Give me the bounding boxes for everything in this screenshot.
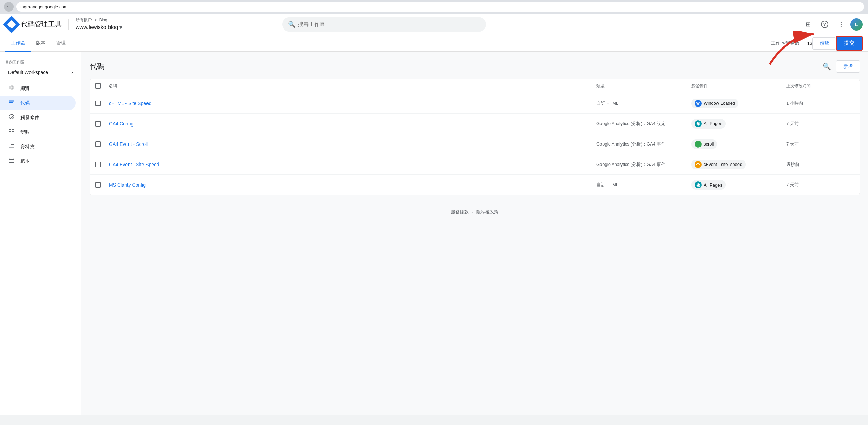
- header-name[interactable]: 名稱 ↑: [109, 83, 596, 89]
- sidebar-workspace-label: 目前工作區: [0, 57, 81, 66]
- row-checkbox[interactable]: [95, 121, 101, 127]
- page-footer: 服務條款 · 隱私權政策: [90, 195, 860, 220]
- sidebar-item-triggers[interactable]: 觸發條件: [0, 110, 76, 125]
- svg-rect-1: [9, 85, 11, 87]
- help-icon: ?: [821, 21, 828, 28]
- help-button[interactable]: ?: [818, 18, 831, 31]
- user-avatar[interactable]: L: [850, 18, 863, 31]
- browser-back-button[interactable]: ←: [4, 2, 14, 12]
- row-checkbox-cell: [95, 101, 109, 106]
- tag-name-link[interactable]: GA4 Event - Scroll: [109, 141, 596, 147]
- svg-rect-10: [12, 129, 14, 130]
- header-search-bar[interactable]: 🔍: [282, 17, 486, 32]
- trigger-badge[interactable]: ◉ All Pages: [691, 180, 726, 190]
- app-logo: 代碼管理工具: [5, 18, 62, 31]
- tag-type: 自訂 HTML: [596, 100, 691, 107]
- trigger-name: All Pages: [704, 182, 722, 188]
- triggers-icon: [8, 114, 15, 121]
- more-icon: ⋮: [837, 20, 844, 28]
- submit-button[interactable]: 提交: [836, 36, 863, 51]
- header-type: 類型: [596, 83, 691, 89]
- tag-time: 7 天前: [786, 182, 854, 188]
- select-all-checkbox[interactable]: [95, 83, 101, 89]
- workspace-selector[interactable]: www.lewisko.blog ▾: [76, 24, 122, 31]
- content-search-button[interactable]: 🔍: [820, 60, 833, 73]
- row-checkbox[interactable]: [95, 141, 101, 147]
- sidebar-workspace-selector[interactable]: Default Workspace ›: [3, 66, 78, 78]
- row-checkbox[interactable]: [95, 101, 101, 106]
- row-checkbox[interactable]: [95, 182, 101, 188]
- workspace-chevron-icon: ▾: [119, 24, 122, 31]
- trigger-badge[interactable]: + scroll: [691, 139, 717, 149]
- trigger-name: scroll: [704, 141, 714, 147]
- tag-name-link[interactable]: GA4 Event - Site Speed: [109, 162, 596, 167]
- tab-version[interactable]: 版本: [31, 35, 51, 52]
- sidebar-workspace-name: Default Workspace: [8, 70, 48, 75]
- workspace-changes-info: 工作區變更數： 13: [771, 40, 812, 46]
- sidebar-item-label-triggers: 觸發條件: [20, 115, 39, 121]
- table-row: MS Clarity Config 自訂 HTML ◉ All Pages 7 …: [90, 175, 860, 195]
- tag-trigger-cell: ◉ All Pages: [691, 180, 786, 190]
- header-checkbox-cell: [95, 83, 109, 89]
- svg-rect-11: [9, 131, 11, 132]
- tag-time: 7 天前: [786, 141, 854, 147]
- more-options-button[interactable]: ⋮: [834, 18, 848, 31]
- sidebar-nav: 總覽 代碼 觸發條件: [0, 81, 81, 169]
- new-tag-button[interactable]: 新增: [836, 60, 860, 73]
- sidebar-item-variables[interactable]: 變數: [0, 125, 76, 139]
- tag-name-link[interactable]: GA4 Config: [109, 121, 596, 127]
- trigger-icon: ◉: [695, 181, 702, 188]
- sidebar-item-folders[interactable]: 資料夾: [0, 139, 76, 154]
- trigger-icon: W: [695, 100, 702, 107]
- tab-admin[interactable]: 管理: [51, 35, 71, 52]
- preview-button[interactable]: 預覽: [812, 37, 836, 50]
- apps-grid-button[interactable]: ⊞: [802, 18, 815, 31]
- tag-trigger-cell: <> cEvent - site_speed: [691, 160, 786, 169]
- tags-icon: [8, 99, 15, 107]
- sidebar-item-overview[interactable]: 總覽: [0, 81, 76, 96]
- tag-name-link[interactable]: cHTML - Site Speed: [109, 101, 596, 106]
- overview-icon: [8, 84, 15, 92]
- row-checkbox-cell: [95, 162, 109, 167]
- tag-type: 自訂 HTML: [596, 181, 691, 188]
- footer-separator: ·: [472, 209, 473, 214]
- folders-icon: [8, 143, 15, 151]
- trigger-badge[interactable]: W Window Loaded: [691, 99, 738, 108]
- app-header: 代碼管理工具 所有帳戶 > Blog www.lewisko.blog ▾ 🔍 …: [0, 14, 868, 35]
- tag-type: Google Analytics (分析)：GA4 事件: [596, 141, 691, 148]
- search-icon: 🔍: [288, 21, 295, 28]
- tag-time: 7 天前: [786, 121, 854, 127]
- sidebar-workspace-chevron-icon: ›: [71, 70, 73, 75]
- trigger-name: All Pages: [704, 121, 722, 126]
- apps-grid-icon: ⊞: [806, 21, 811, 28]
- terms-link[interactable]: 服務條款: [451, 209, 469, 214]
- tab-workspace[interactable]: 工作區: [5, 35, 31, 52]
- trigger-badge[interactable]: <> cEvent - site_speed: [691, 160, 746, 169]
- header-divider: [68, 19, 69, 30]
- row-checkbox-cell: [95, 182, 109, 188]
- table-row: cHTML - Site Speed 自訂 HTML W Window Load…: [90, 93, 860, 114]
- trigger-name: cEvent - site_speed: [704, 162, 742, 167]
- row-checkbox-cell: [95, 141, 109, 147]
- trigger-badge[interactable]: ◉ All Pages: [691, 119, 726, 129]
- page-title: 代碼: [90, 61, 104, 72]
- workspace-name: www.lewisko.blog: [76, 24, 118, 31]
- header-trigger: 觸發條件: [691, 83, 786, 89]
- url-text: tagmanager.google.com: [20, 4, 67, 9]
- table-header-row: 名稱 ↑ 類型 觸發條件 上次修改時間: [90, 79, 860, 93]
- tag-type: Google Analytics (分析)：GA4 事件: [596, 161, 691, 168]
- privacy-link[interactable]: 隱私權政策: [476, 209, 498, 214]
- sidebar-item-label-folders: 資料夾: [20, 144, 35, 150]
- table-row: GA4 Event - Site Speed Google Analytics …: [90, 154, 860, 175]
- svg-rect-2: [12, 85, 14, 87]
- row-checkbox[interactable]: [95, 162, 101, 167]
- sidebar-item-tags[interactable]: 代碼: [0, 96, 76, 110]
- browser-url-bar[interactable]: tagmanager.google.com: [16, 2, 864, 12]
- search-input[interactable]: [298, 21, 480, 27]
- tag-name-link[interactable]: MS Clarity Config: [109, 182, 596, 188]
- svg-rect-5: [9, 101, 14, 102]
- sidebar-item-label-templates: 範本: [20, 158, 30, 165]
- table-row: GA4 Config Google Analytics (分析)：GA4 設定 …: [90, 114, 860, 134]
- sidebar-item-templates[interactable]: 範本: [0, 154, 76, 169]
- tag-trigger-cell: + scroll: [691, 139, 786, 149]
